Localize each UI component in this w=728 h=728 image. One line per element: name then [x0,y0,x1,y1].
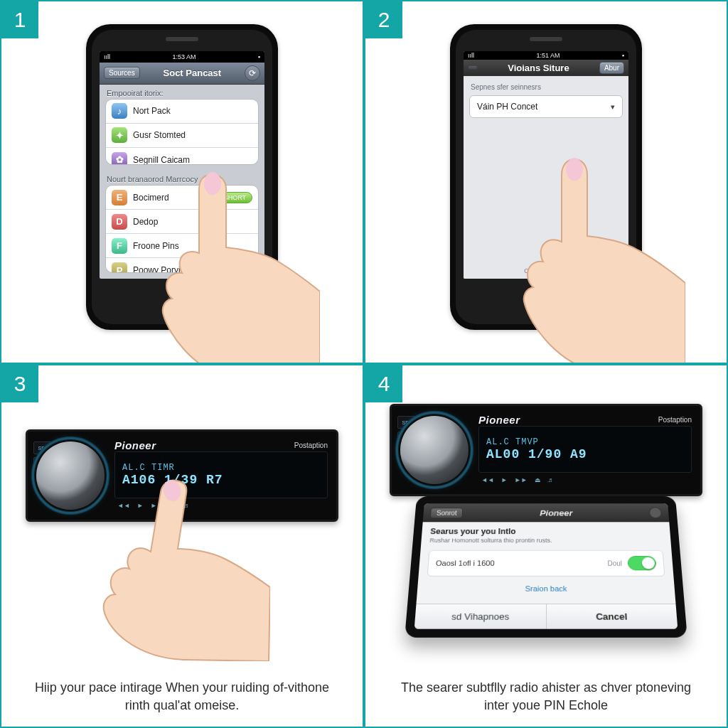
back-button[interactable] [468,65,478,70]
stereo-button-row: ◄◄ ► ►► ⏏ ♬ [478,473,692,487]
confirm-button[interactable]: sd Vihapnoes [414,604,547,629]
step-number-badge: 4 [365,365,402,402]
lcd-line-2: A106 1/39 R7 [122,473,320,487]
list-item[interactable]: ✦ Gusr Stomted [106,124,258,148]
home-button[interactable] [531,289,561,318]
app-icon: ♪ [112,103,127,119]
eject-button[interactable]: ⏏ [535,476,541,483]
signal-icon: ııll [104,53,110,60]
item-label: Bocimerd [133,193,169,203]
bottom-bar: sd Vihapnoes Cancel [414,604,678,629]
battery-icon: ▪ [622,52,624,59]
step-number-badge: 2 [365,1,402,38]
link-button[interactable]: Sraion back [426,584,666,592]
tablet-screen: Sonrot Pioneer Searus your you Intlo Rus… [414,503,678,628]
status-time: 1:51 AM [474,52,622,59]
eject-button[interactable]: ⏏ [171,502,177,509]
info-icon[interactable] [649,507,663,518]
app-icon: P [112,262,127,273]
prev-button[interactable]: ◄◄ [117,502,130,509]
step-caption: The searer subtflly radio ahister as chv… [394,679,698,714]
brand-logo: Pioneer [114,439,156,451]
step-number-badge: 3 [1,365,38,402]
nav-bar: Sources Soct Pancast ⟳ [100,63,264,85]
list-item[interactable]: E Bocimerd SHORT [106,186,258,210]
step-panel-2: 2 ııll 1:51 AM ▪ Vioians Siture Abur Sep… [364,0,728,364]
battery-icon: ▪ [258,53,260,60]
list-item[interactable]: ♪ Nort Pack [106,100,258,124]
refresh-icon[interactable]: ⟳ [245,65,260,81]
list-item[interactable]: ✿ Segnill Caicam [106,148,258,165]
phone-screen: ııll 1:53 AM ▪ Sources Soct Pancast ⟳ Em… [100,51,264,279]
car-stereo: SRC DISP BAND Pioneer Postaption AL.C TM… [390,404,702,496]
music-button[interactable]: ♬ [548,476,553,483]
volume-dial[interactable] [36,441,105,510]
step-panel-1: 1 ııll 1:53 AM ▪ Sources Soct Pancast ⟳ … [0,0,364,364]
app-icon: E [112,190,127,205]
pairing-tablet: Sonrot Pioneer Searus your you Intlo Rus… [405,496,687,638]
lcd-line-1: AL.C TMVP [486,437,684,447]
settings-row[interactable]: Oaosl 1ofl i 1600 Doul [427,550,665,577]
badge-pill: SHORT [218,192,252,203]
car-stereo: SRC DISP BAND Pioneer Postaption AL.C TI… [26,429,338,522]
nav-title: Pioneer [540,508,572,518]
list-item[interactable]: D Dedop [106,210,258,234]
section-header: Nourt branaorod Marrcocy [100,171,264,185]
section-subtitle: Rushar Homonott solturra thio prontin ru… [429,537,663,544]
status-time: 1:53 AM [110,53,258,60]
next-button[interactable]: ►► [515,476,528,483]
earpiece [166,37,198,41]
app-icon: D [112,214,127,230]
model-label: Postaption [658,416,692,424]
iphone-device: ııll 1:51 AM ▪ Vioians Siture Abur Sepne… [450,24,642,330]
screen-body: Sepnes sfer seinnesrs Váin PH Concet ▾ O… [464,76,628,279]
lcd-display: AL.C TMVP AL00 1/90 A9 [478,426,692,473]
list-item[interactable]: P Poowy Porvi [106,258,258,273]
step-number-badge: 1 [1,1,38,38]
row-label: Oaosl 1ofl i 1600 [436,560,495,567]
stereo-face: Pioneer Postaption AL.C TMVP AL00 1/90 A… [478,413,692,487]
back-button[interactable]: Sonrot [430,508,464,518]
step-panel-4: 4 SRC DISP BAND Pioneer Postaption AL.C … [364,364,728,728]
next-button[interactable]: ►► [151,502,164,509]
item-label: Nort Pack [133,106,171,116]
device-dropdown[interactable]: Váin PH Concet ▾ [469,95,623,118]
nav-bar: Vioians Siture Abur [464,60,628,76]
iphone-device: ııll 1:53 AM ▪ Sources Soct Pancast ⟳ Em… [86,24,278,330]
stereo-button-row: ◄◄ ► ►► ⏏ ♬ [114,498,328,513]
row-value: Doul [607,560,622,567]
step-caption: Hiip your pace intirage When your ruidin… [30,679,334,714]
item-label: Gusr Stomted [133,130,186,140]
earpiece [530,37,562,41]
cancel-button[interactable]: Cancel [547,604,678,629]
music-button[interactable]: ♬ [184,502,189,509]
footer-hint: Ovaters Fhoido [469,267,623,274]
dropdown-label: Váin PH Concet [477,102,537,112]
prev-button[interactable]: ◄◄ [481,476,494,483]
item-label: Segnill Caicam [133,155,190,165]
section-header: Empooirat itorix: [100,85,264,99]
item-label: Froone Pins [133,241,179,251]
stereo-face: Pioneer Postaption AL.C TIMR A106 1/39 R… [114,439,328,513]
section-title: Searus your you Intlo [430,527,662,535]
step-panel-3: 3 SRC DISP BAND Pioneer Postaption AL.C … [0,364,364,728]
play-button[interactable]: ► [501,476,508,483]
home-button[interactable] [167,289,197,318]
volume-dial[interactable] [400,416,469,484]
app-icon: ✦ [112,127,127,143]
signal-icon: ııll [468,52,474,59]
status-bar: ııll 1:53 AM ▪ [100,51,264,63]
back-button[interactable]: Sources [104,67,140,79]
lcd-line-2: AL00 1/90 A9 [486,447,684,461]
tablet-nav: Sonrot Pioneer [423,503,670,522]
app-icon: F [112,238,127,254]
lcd-display: AL.C TIMR A106 1/39 R7 [114,451,328,498]
nav-right-button[interactable]: Abur [599,62,624,74]
list-item[interactable]: F Froone Pins [106,234,258,258]
list-group-2: E Bocimerd SHORT D Dedop F Froone Pins P [105,185,259,273]
play-button[interactable]: ► [137,502,144,509]
model-label: Postaption [294,441,328,449]
brand-logo: Pioneer [478,414,520,426]
item-label: Dedop [133,217,158,227]
toggle-switch[interactable] [627,556,656,570]
